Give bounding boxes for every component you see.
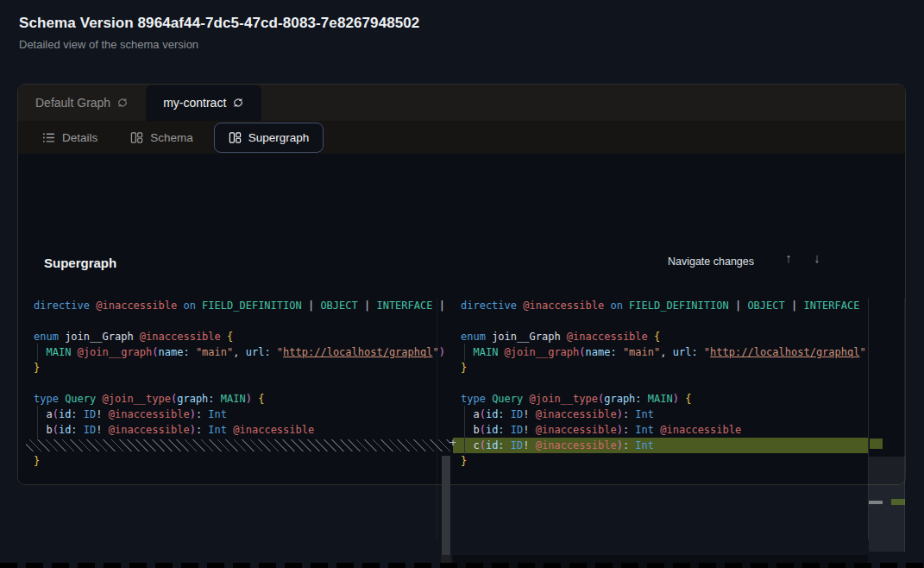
contract-icon — [116, 97, 129, 109]
code-line — [19, 313, 450, 329]
next-change-arrow-icon[interactable]: ↓ — [808, 250, 826, 265]
tab-label: Default Graph — [35, 96, 110, 110]
code-line: directive @inaccessible on FIELD_DEFINIT… — [19, 298, 450, 313]
diff-pane-original[interactable]: directive @inaccessible on FIELD_DEFINIT… — [19, 298, 450, 483]
supergraph-panel: Supergraph Navigate changes ↑ ↓ directiv… — [18, 154, 905, 484]
code-line: enum join__Graph @inaccessible { — [453, 329, 868, 344]
code-line: } — [19, 453, 450, 469]
tab-my-contract[interactable]: my-contract — [146, 85, 261, 121]
code-line: } — [453, 360, 868, 376]
code-line: MAIN @join__graph(name: "main", url: "ht… — [453, 344, 868, 360]
diff-added-marker: + — [447, 436, 459, 449]
subtab-schema[interactable]: Schema — [122, 122, 202, 153]
navigate-changes-label: Navigate changes — [668, 256, 754, 268]
code-line: } — [453, 453, 868, 469]
subtab-label: Details — [62, 131, 97, 144]
editor-sash[interactable] — [437, 298, 437, 540]
variant-tab-strip: Default Graph my-contract — [18, 85, 905, 121]
code-line: b(id: ID! @inaccessible): Int @inaccessi… — [19, 422, 450, 438]
diff-placeholder-hatch — [26, 439, 450, 451]
code-line — [453, 376, 868, 391]
code-line: a(id: ID! @inaccessible): Int — [453, 407, 868, 422]
tab-default-graph[interactable]: Default Graph — [18, 85, 146, 121]
subtab-label: Supergraph — [248, 131, 310, 144]
view-subtab-strip: Details Schema Supergraph — [18, 121, 905, 154]
code-line — [453, 313, 868, 329]
schema-version-page: Schema Version 8964af44-7dc5-47cd-8083-7… — [0, 0, 924, 568]
bottom-dashed-edge — [0, 563, 924, 568]
code-line: MAIN @join__graph(name: "main", url: "ht… — [19, 344, 450, 360]
section-title: Supergraph — [44, 256, 116, 270]
subtab-label: Schema — [150, 131, 193, 144]
page-subtitle: Detailed view of the schema version — [19, 38, 198, 51]
code-line: } — [19, 360, 450, 376]
minimap-content-mark — [869, 501, 883, 504]
schema-panels-icon — [229, 131, 242, 144]
minimap-added-line-marker — [870, 439, 883, 449]
tab-label: my-contract — [163, 96, 226, 110]
schema-panels-icon — [130, 131, 143, 144]
contract-icon — [232, 97, 244, 109]
subtab-details[interactable]: Details — [34, 122, 106, 153]
code-line: a(id: ID! @inaccessible): Int — [19, 407, 450, 422]
left-scrollbar-slider[interactable] — [442, 456, 450, 555]
code-line: type Query @join__type(graph: MAIN) { — [453, 391, 868, 407]
page-title: Schema Version 8964af44-7dc5-47cd-8083-7… — [19, 15, 419, 32]
overview-added-mark — [891, 499, 905, 505]
code-line: enum join__Graph @inaccessible { — [19, 329, 450, 344]
previous-change-arrow-icon[interactable]: ↑ — [780, 250, 797, 265]
code-line: type Query @join__type(graph: MAIN) { — [19, 391, 450, 407]
code-line: directive @inaccessible on FIELD_DEFINIT… — [453, 298, 868, 313]
subtab-supergraph[interactable]: Supergraph — [214, 123, 324, 153]
schema-version-card: Default Graph my-contract — [17, 84, 906, 485]
schema-diff-editor: directive @inaccessible on FIELD_DEFINIT… — [19, 298, 904, 483]
code-line: b(id: ID! @inaccessible): Int @inaccessi… — [453, 422, 868, 438]
list-icon — [42, 131, 55, 144]
minimap-right-border — [904, 298, 905, 552]
minimap[interactable] — [869, 298, 905, 483]
code-line: c(id: ID! @inaccessible): Int — [453, 438, 868, 453]
diff-pane-modified[interactable]: directive @inaccessible on FIELD_DEFINIT… — [453, 298, 868, 483]
code-line — [19, 438, 450, 453]
code-line — [19, 376, 450, 391]
